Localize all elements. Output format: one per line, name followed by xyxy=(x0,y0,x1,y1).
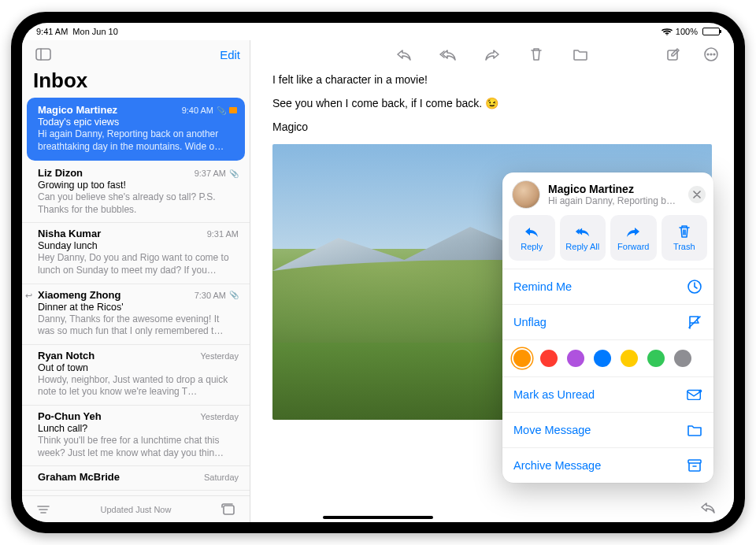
status-bar: 9:41 AM Mon Jun 10 100% xyxy=(22,23,734,40)
svg-point-14 xyxy=(699,389,702,392)
message-item[interactable]: Nisha Kumar9:31 AMSunday lunchHey Danny,… xyxy=(22,223,250,284)
flag-colors-row xyxy=(502,339,713,376)
close-icon[interactable] xyxy=(688,186,706,203)
flag-color-swatch[interactable] xyxy=(513,350,531,367)
message-preview: Hi again Danny, Reporting back on anothe… xyxy=(38,128,237,153)
message-list: Magico Martinez9:40 AM📎Today's epic view… xyxy=(22,98,250,495)
battery-icon xyxy=(702,28,720,35)
flag-icon xyxy=(229,107,237,113)
message-sender: Nisha Kumar xyxy=(38,228,101,239)
svg-rect-15 xyxy=(688,460,701,463)
flag-color-swatch[interactable] xyxy=(567,350,584,367)
message-time: Yesterday xyxy=(200,412,239,421)
message-subject: Today's epic views xyxy=(38,117,237,128)
message-actions-popover: Magico Martinez Hi again Danny, Reportin… xyxy=(502,172,713,483)
unflag-item[interactable]: Unflag xyxy=(502,304,713,339)
filter-icon[interactable] xyxy=(32,499,55,520)
attachment-icon: 📎 xyxy=(229,169,239,178)
svg-rect-13 xyxy=(687,391,700,400)
popover-preview: Hi again Danny, Reporting back o… xyxy=(548,195,680,206)
compose-stack-icon[interactable] xyxy=(217,499,240,520)
message-item[interactable]: Magico Martinez9:40 AM📎Today's epic view… xyxy=(27,98,245,161)
svg-point-9 xyxy=(710,54,712,55)
message-sender: Liz Dizon xyxy=(38,167,83,179)
reply-button[interactable]: Reply xyxy=(509,215,555,261)
reply-footer-icon[interactable] xyxy=(696,497,720,517)
remind-me-item[interactable]: Remind Me xyxy=(502,269,713,304)
message-item[interactable]: Liz Dizon9:37 AM📎Growing up too fast!Can… xyxy=(22,162,250,223)
trash-icon[interactable] xyxy=(524,44,548,65)
message-time: 9:37 AM xyxy=(195,169,226,178)
move-folder-icon[interactable] xyxy=(569,44,592,65)
inbox-title: Inbox xyxy=(22,69,250,98)
reply-all-button[interactable]: Reply All xyxy=(560,215,606,261)
body-line: I felt like a character in a movie! xyxy=(272,73,712,86)
svg-rect-6 xyxy=(668,50,677,60)
message-sender: Po-Chun Yeh xyxy=(38,410,102,422)
home-indicator[interactable] xyxy=(323,516,433,519)
message-time: 7:30 AM xyxy=(195,291,226,300)
message-preview: Danny, Thanks for the awesome evening! I… xyxy=(38,313,239,338)
message-time: Yesterday xyxy=(200,351,239,361)
message-preview: Howdy, neighbor, Just wanted to drop a q… xyxy=(38,374,239,399)
reply-icon[interactable] xyxy=(392,44,416,65)
attachment-icon: 📎 xyxy=(217,106,226,115)
message-subject: Sunday lunch xyxy=(38,240,239,251)
message-subject: Growing up too fast! xyxy=(38,180,239,191)
flag-color-swatch[interactable] xyxy=(621,350,638,367)
forward-button[interactable]: Forward xyxy=(610,215,657,261)
wifi-icon xyxy=(662,28,673,35)
message-item[interactable]: Po-Chun YehYesterdayLunch call?Think you… xyxy=(22,406,250,466)
message-subject: Dinner at the Ricos' xyxy=(38,302,239,313)
body-signoff: Magico xyxy=(272,120,712,133)
flag-color-swatch[interactable] xyxy=(674,350,691,367)
message-sender: Graham McBride xyxy=(38,471,120,483)
edit-button[interactable]: Edit xyxy=(220,48,240,61)
message-time: 9:40 AM xyxy=(182,106,213,115)
content-toolbar xyxy=(250,40,734,69)
message-item[interactable]: Ryan NotchYesterdayOut of townHowdy, nei… xyxy=(22,345,250,406)
message-preview: Hey Danny, Do you and Rigo want to come … xyxy=(38,252,239,276)
more-icon[interactable] xyxy=(699,44,723,65)
svg-point-10 xyxy=(713,54,715,55)
flag-color-swatch[interactable] xyxy=(540,350,558,367)
svg-point-8 xyxy=(707,54,709,55)
message-preview: Think you'll be free for a lunchtime cha… xyxy=(38,435,239,459)
avatar xyxy=(512,180,540,209)
message-subject: Lunch call? xyxy=(38,423,239,434)
attachment-icon: 📎 xyxy=(229,291,239,299)
status-date: Mon Jun 10 xyxy=(72,27,117,36)
replied-icon: ↩ xyxy=(25,291,32,301)
svg-rect-0 xyxy=(36,49,50,60)
status-time: 9:41 AM xyxy=(36,27,68,36)
flag-color-swatch[interactable] xyxy=(647,350,665,367)
message-time: 9:31 AM xyxy=(207,229,239,239)
forward-label: Forward xyxy=(617,242,649,251)
message-item[interactable]: ↩Xiaomeng Zhong7:30 AM📎Dinner at the Ric… xyxy=(22,284,250,345)
move-message-item[interactable]: Move Message xyxy=(502,412,713,447)
sidebar-toggle-icon[interactable] xyxy=(32,44,55,65)
reply-label: Reply xyxy=(521,242,543,251)
svg-rect-5 xyxy=(224,506,234,514)
popover-sender: Magico Martinez xyxy=(548,183,680,195)
reply-all-icon[interactable] xyxy=(436,44,460,65)
message-time: Saturday xyxy=(204,473,239,482)
message-subject: Out of town xyxy=(38,362,239,373)
body-line: See you when I come back, if I come back… xyxy=(272,97,712,109)
flag-color-swatch[interactable] xyxy=(594,350,611,367)
compose-icon[interactable] xyxy=(662,44,685,65)
updated-status: Updated Just Now xyxy=(55,505,217,514)
message-sender: Ryan Notch xyxy=(38,350,94,361)
trash-label: Trash xyxy=(673,242,695,251)
reply-all-label: Reply All xyxy=(565,242,599,251)
forward-icon[interactable] xyxy=(480,44,504,65)
mark-unread-item[interactable]: Mark as Unread xyxy=(502,376,713,412)
message-sender: Xiaomeng Zhong xyxy=(38,289,120,301)
sidebar: Edit Inbox Magico Martinez9:40 AM📎Today'… xyxy=(22,40,250,522)
message-sender: Magico Martinez xyxy=(38,104,117,116)
archive-message-item[interactable]: Archive Message xyxy=(502,447,713,483)
trash-button[interactable]: Trash xyxy=(662,215,708,261)
status-battery-pct: 100% xyxy=(676,27,698,36)
message-item[interactable]: Graham McBrideSaturday xyxy=(22,466,250,491)
message-preview: Can you believe she's already so tall? P… xyxy=(38,191,239,216)
